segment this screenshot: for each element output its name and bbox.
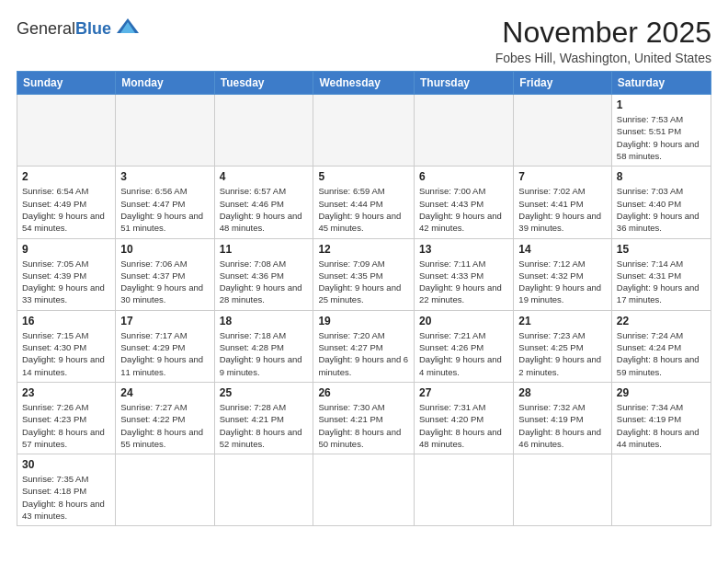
week-row-2: 2 Sunrise: 6:54 AMSunset: 4:49 PMDayligh… [17,167,711,238]
calendar-table: Sunday Monday Tuesday Wednesday Thursday… [17,71,711,526]
day-6: 6 Sunrise: 7:00 AMSunset: 4:43 PMDayligh… [415,167,514,238]
header-tuesday: Tuesday [214,72,313,95]
logo-icon [115,17,141,37]
week-row-5: 23 Sunrise: 7:26 AMSunset: 4:23 PMDaylig… [17,382,711,454]
day-30: 30 Sunrise: 7:35 AMSunset: 4:18 PMDaylig… [17,454,116,526]
day-28: 28 Sunrise: 7:32 AMSunset: 4:19 PMDaylig… [514,382,612,454]
day-29: 29 Sunrise: 7:34 AMSunset: 4:19 PMDaylig… [611,382,711,454]
week-row-6: 30 Sunrise: 7:35 AMSunset: 4:18 PMDaylig… [17,454,711,526]
day-number-1: 1 [617,98,706,111]
header-monday: Monday [116,72,214,95]
day-21: 21 Sunrise: 7:23 AMSunset: 4:25 PMDaylig… [514,310,612,382]
header: General Blue November 2025 Fobes Hill, W… [17,17,711,65]
logo-blue-text: Blue [75,20,111,37]
day-8: 8 Sunrise: 7:03 AMSunset: 4:40 PMDayligh… [611,167,711,238]
day-5: 5 Sunrise: 6:59 AMSunset: 4:44 PMDayligh… [313,167,415,238]
day-27: 27 Sunrise: 7:31 AMSunset: 4:20 PMDaylig… [415,382,514,454]
empty-cell [415,95,514,167]
empty-cell [514,454,612,526]
day-19: 19 Sunrise: 7:20 AMSunset: 4:27 PMDaylig… [313,310,415,382]
day-22: 22 Sunrise: 7:24 AMSunset: 4:24 PMDaylig… [611,310,711,382]
logo: General Blue [17,17,141,37]
title-area: November 2025 Fobes Hill, Washington, Un… [495,17,711,65]
logo-area: General Blue [17,17,141,37]
page: General Blue November 2025 Fobes Hill, W… [0,0,728,563]
logo-general-text: General [17,20,75,37]
header-friday: Friday [514,72,612,95]
week-row-1: 1 Sunrise: 7:53 AM Sunset: 5:51 PM Dayli… [17,95,711,167]
day-24: 24 Sunrise: 7:27 AMSunset: 4:22 PMDaylig… [116,382,214,454]
header-thursday: Thursday [415,72,514,95]
calendar-subtitle: Fobes Hill, Washington, United States [495,51,711,65]
day-11: 11 Sunrise: 7:08 AMSunset: 4:36 PMDaylig… [214,238,313,310]
day-2: 2 Sunrise: 6:54 AMSunset: 4:49 PMDayligh… [17,167,116,238]
day-13: 13 Sunrise: 7:11 AMSunset: 4:33 PMDaylig… [415,238,514,310]
day-7: 7 Sunrise: 7:02 AMSunset: 4:41 PMDayligh… [514,167,612,238]
day-10: 10 Sunrise: 7:06 AMSunset: 4:37 PMDaylig… [116,238,214,310]
day-12: 12 Sunrise: 7:09 AMSunset: 4:35 PMDaylig… [313,238,415,310]
day-4: 4 Sunrise: 6:57 AMSunset: 4:46 PMDayligh… [214,167,313,238]
day-18: 18 Sunrise: 7:18 AMSunset: 4:28 PMDaylig… [214,310,313,382]
calendar-title: November 2025 [495,17,711,49]
day-9: 9 Sunrise: 7:05 AMSunset: 4:39 PMDayligh… [17,238,116,310]
day-17: 17 Sunrise: 7:17 AMSunset: 4:29 PMDaylig… [116,310,214,382]
empty-cell [214,454,313,526]
week-row-3: 9 Sunrise: 7:05 AMSunset: 4:39 PMDayligh… [17,238,711,310]
header-saturday: Saturday [611,72,711,95]
header-wednesday: Wednesday [313,72,415,95]
empty-cell [17,95,116,167]
day-23: 23 Sunrise: 7:26 AMSunset: 4:23 PMDaylig… [17,382,116,454]
day-info-1: Sunrise: 7:53 AM Sunset: 5:51 PM Dayligh… [617,113,706,162]
day-25: 25 Sunrise: 7:28 AMSunset: 4:21 PMDaylig… [214,382,313,454]
day-26: 26 Sunrise: 7:30 AMSunset: 4:21 PMDaylig… [313,382,415,454]
day-16: 16 Sunrise: 7:15 AMSunset: 4:30 PMDaylig… [17,310,116,382]
day-1: 1 Sunrise: 7:53 AM Sunset: 5:51 PM Dayli… [611,95,711,167]
week-row-4: 16 Sunrise: 7:15 AMSunset: 4:30 PMDaylig… [17,310,711,382]
empty-cell [611,454,711,526]
empty-cell [313,454,415,526]
day-3: 3 Sunrise: 6:56 AMSunset: 4:47 PMDayligh… [116,167,214,238]
weekday-header-row: Sunday Monday Tuesday Wednesday Thursday… [17,72,711,95]
empty-cell [116,95,214,167]
empty-cell [214,95,313,167]
day-20: 20 Sunrise: 7:21 AMSunset: 4:26 PMDaylig… [415,310,514,382]
day-15: 15 Sunrise: 7:14 AMSunset: 4:31 PMDaylig… [611,238,711,310]
day-14: 14 Sunrise: 7:12 AMSunset: 4:32 PMDaylig… [514,238,612,310]
empty-cell [313,95,415,167]
empty-cell [514,95,612,167]
empty-cell [116,454,214,526]
header-sunday: Sunday [17,72,116,95]
empty-cell [415,454,514,526]
